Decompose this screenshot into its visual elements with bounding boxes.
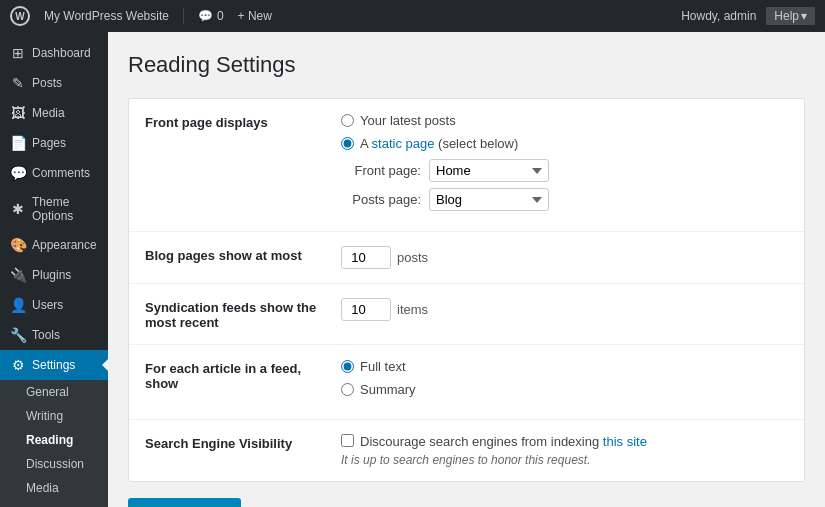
feed-article-field: Full text Summary [341, 359, 788, 405]
sidebar-label-comments: Comments [32, 166, 90, 180]
search-engine-label: Search Engine Visibility [145, 434, 325, 451]
search-engine-checkbox-label: Discourage search engines from indexing … [360, 434, 647, 449]
sidebar-item-dashboard[interactable]: ⊞ Dashboard [0, 38, 108, 68]
radio-summary-label: Summary [360, 382, 416, 397]
settings-icon: ⚙ [10, 357, 26, 373]
radio-static-label: A static page (select below) [360, 136, 518, 151]
sidebar-label-tools: Tools [32, 328, 60, 342]
search-engine-row: Search Engine Visibility Discourage sear… [129, 420, 804, 481]
sidebar-item-posts[interactable]: ✎ Posts [0, 68, 108, 98]
main-layout: ⊞ Dashboard ✎ Posts 🖼 Media 📄 Pages 💬 Co… [0, 32, 825, 507]
search-engine-note: It is up to search engines to honor this… [341, 453, 788, 467]
top-bar-right: Howdy, admin Help ▾ [681, 7, 815, 25]
feed-article-label: For each article in a feed, show [145, 359, 325, 391]
submenu-general[interactable]: General [0, 380, 108, 404]
sidebar-item-pages[interactable]: 📄 Pages [0, 128, 108, 158]
sidebar-item-media[interactable]: 🖼 Media [0, 98, 108, 128]
page-title: Reading Settings [128, 52, 805, 78]
submenu-media[interactable]: Media [0, 476, 108, 500]
front-page-select-row: Front page: Home [341, 159, 788, 182]
site-name-item[interactable]: My WordPress Website [44, 9, 169, 23]
syndication-unit: items [397, 302, 428, 317]
radio-static[interactable] [341, 137, 354, 150]
radio-summary[interactable] [341, 383, 354, 396]
sidebar-item-tools[interactable]: 🔧 Tools [0, 320, 108, 350]
new-label: + New [238, 9, 272, 23]
search-engine-checkbox[interactable] [341, 434, 354, 447]
syndication-input[interactable] [341, 298, 391, 321]
syndication-input-wrap: items [341, 298, 788, 321]
comments-count: 0 [217, 9, 224, 23]
sidebar-item-appearance[interactable]: 🎨 Appearance [0, 230, 108, 260]
search-engine-link[interactable]: this site [603, 434, 647, 449]
feed-article-row: For each article in a feed, show Full te… [129, 345, 804, 420]
posts-page-select[interactable]: Blog [429, 188, 549, 211]
appearance-icon: 🎨 [10, 237, 26, 253]
search-engine-checkbox-row: Discourage search engines from indexing … [341, 434, 788, 449]
sidebar-label-plugins: Plugins [32, 268, 71, 282]
sidebar-item-settings[interactable]: ⚙ Settings [0, 350, 108, 380]
dashboard-icon: ⊞ [10, 45, 26, 61]
static-page-link[interactable]: static page [372, 136, 435, 151]
tools-icon: 🔧 [10, 327, 26, 343]
search-engine-field: Discourage search engines from indexing … [341, 434, 788, 467]
site-name: My WordPress Website [44, 9, 169, 23]
radio-latest[interactable] [341, 114, 354, 127]
submenu-reading[interactable]: Reading [0, 428, 108, 452]
blog-pages-input[interactable] [341, 246, 391, 269]
sidebar-label-users: Users [32, 298, 63, 312]
sidebar: ⊞ Dashboard ✎ Posts 🖼 Media 📄 Pages 💬 Co… [0, 32, 108, 507]
posts-icon: ✎ [10, 75, 26, 91]
howdy-text: Howdy, admin [681, 9, 756, 23]
front-page-row: Front page displays Your latest posts A … [129, 99, 804, 232]
radio-summary-option: Summary [341, 382, 788, 397]
sidebar-label-appearance: Appearance [32, 238, 97, 252]
wp-logo: W [10, 6, 30, 26]
sidebar-label-media: Media [32, 106, 65, 120]
syndication-row: Syndication feeds show the most recent i… [129, 284, 804, 345]
submenu-writing[interactable]: Writing [0, 404, 108, 428]
sidebar-label-theme-options: Theme Options [32, 195, 98, 223]
sidebar-item-users[interactable]: 👤 Users [0, 290, 108, 320]
new-item[interactable]: + New [238, 9, 272, 23]
submenu-permalinks[interactable]: Permalinks [0, 500, 108, 507]
posts-page-select-row: Posts page: Blog [341, 188, 788, 211]
comments-item[interactable]: 💬 0 [198, 9, 224, 23]
sidebar-item-theme-options[interactable]: ✱ Theme Options [0, 188, 108, 230]
sidebar-item-comments[interactable]: 💬 Comments [0, 158, 108, 188]
radio-static-option: A static page (select below) [341, 136, 788, 151]
media-icon: 🖼 [10, 105, 26, 121]
top-bar: W My WordPress Website 💬 0 + New Howdy, … [0, 0, 825, 32]
blog-pages-unit: posts [397, 250, 428, 265]
sidebar-label-posts: Posts [32, 76, 62, 90]
divider1 [183, 8, 184, 24]
sidebar-label-pages: Pages [32, 136, 66, 150]
plugins-icon: 🔌 [10, 267, 26, 283]
sidebar-label-dashboard: Dashboard [32, 46, 91, 60]
front-page-select[interactable]: Home [429, 159, 549, 182]
content-area: Reading Settings Front page displays You… [108, 32, 825, 507]
posts-page-select-label: Posts page: [341, 192, 421, 207]
comments-sidebar-icon: 💬 [10, 165, 26, 181]
radio-full-label: Full text [360, 359, 406, 374]
help-button[interactable]: Help ▾ [766, 7, 815, 25]
comments-icon: 💬 [198, 9, 213, 23]
radio-latest-option: Your latest posts [341, 113, 788, 128]
sidebar-item-plugins[interactable]: 🔌 Plugins [0, 260, 108, 290]
blog-pages-label: Blog pages show at most [145, 246, 325, 263]
front-page-field: Your latest posts A static page (select … [341, 113, 788, 217]
wp-logo-item[interactable]: W [10, 6, 30, 26]
submenu-discussion[interactable]: Discussion [0, 452, 108, 476]
save-changes-button[interactable]: Save Changes [128, 498, 241, 507]
settings-table: Front page displays Your latest posts A … [128, 98, 805, 482]
help-chevron-icon: ▾ [801, 9, 807, 23]
sidebar-label-settings: Settings [32, 358, 75, 372]
settings-submenu: General Writing Reading Discussion Media… [0, 380, 108, 507]
top-bar-left: W My WordPress Website 💬 0 + New [10, 6, 272, 26]
blog-pages-field: posts [341, 246, 788, 269]
blog-pages-row: Blog pages show at most posts [129, 232, 804, 284]
syndication-field: items [341, 298, 788, 321]
radio-full[interactable] [341, 360, 354, 373]
users-icon: 👤 [10, 297, 26, 313]
pages-icon: 📄 [10, 135, 26, 151]
